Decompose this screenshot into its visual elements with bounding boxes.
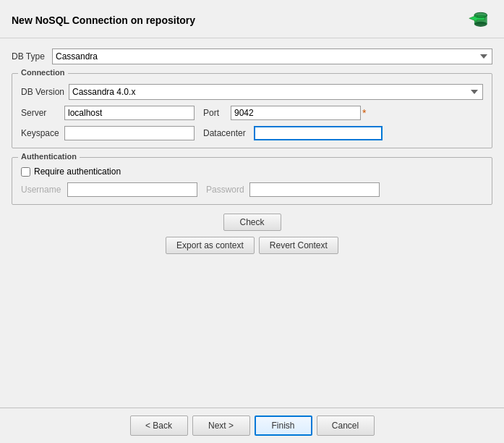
- svg-point-2: [474, 22, 487, 27]
- connection-content: DB Version Cassandra 4.0.x Cassandra 3.x…: [21, 84, 483, 140]
- port-required-marker: *: [362, 107, 366, 119]
- username-label: Username: [21, 185, 64, 195]
- version-label: DB Version: [21, 87, 69, 97]
- check-button[interactable]: Check: [223, 214, 281, 231]
- action-buttons: Check Export as context Revert Context: [12, 214, 492, 254]
- footer: < Back Next > Finish Cancel: [0, 408, 504, 443]
- dbtype-row: DB Type Cassandra MongoDB Redis: [12, 48, 492, 64]
- dialog-title: New NoSQL Connection on repository: [12, 14, 195, 26]
- content-area: DB Type Cassandra MongoDB Redis Connecti…: [0, 38, 504, 408]
- password-input[interactable]: [249, 182, 380, 197]
- next-button[interactable]: Next >: [192, 415, 250, 436]
- connection-section-label: Connection: [18, 68, 68, 77]
- require-auth-row: Require authentication: [21, 166, 483, 177]
- dbtype-select[interactable]: Cassandra MongoDB Redis: [52, 48, 492, 64]
- revert-context-button[interactable]: Revert Context: [259, 237, 338, 254]
- version-row: DB Version Cassandra 4.0.x Cassandra 3.x…: [21, 84, 483, 100]
- check-row: Check: [223, 214, 281, 231]
- dialog-container: New NoSQL Connection on repository DB Ty…: [0, 0, 504, 443]
- connection-section: Connection DB Version Cassandra 4.0.x Ca…: [12, 73, 492, 148]
- require-auth-checkbox[interactable]: [21, 167, 30, 177]
- username-input[interactable]: [67, 182, 197, 197]
- datacenter-input[interactable]: [254, 126, 383, 140]
- server-port-row: Server Port *: [21, 106, 483, 120]
- version-select[interactable]: Cassandra 4.0.x Cassandra 3.x Cassandra …: [69, 84, 483, 100]
- datacenter-label: Datacenter: [203, 128, 251, 138]
- keyspace-input[interactable]: [64, 126, 195, 140]
- db-icon: [466, 9, 492, 32]
- auth-fields-row: Username Password: [21, 182, 483, 197]
- keyspace-datacenter-row: Keyspace Datacenter: [21, 126, 483, 140]
- export-context-button[interactable]: Export as context: [166, 237, 255, 254]
- dbtype-label: DB Type: [12, 51, 52, 62]
- port-label: Port: [203, 108, 228, 118]
- server-input[interactable]: [64, 106, 195, 120]
- keyspace-label: Keyspace: [21, 128, 61, 138]
- port-wrapper: *: [231, 106, 366, 120]
- server-label: Server: [21, 108, 61, 118]
- finish-button[interactable]: Finish: [255, 415, 312, 436]
- port-input[interactable]: [231, 106, 361, 120]
- authentication-section-label: Authentication: [18, 152, 80, 161]
- back-button[interactable]: < Back: [130, 415, 188, 436]
- password-label: Password: [206, 185, 247, 195]
- context-buttons-row: Export as context Revert Context: [166, 237, 338, 254]
- cancel-button[interactable]: Cancel: [317, 415, 375, 436]
- require-auth-label: Require authentication: [34, 166, 121, 177]
- authentication-section: Authentication Require authentication Us…: [12, 157, 492, 205]
- title-bar: New NoSQL Connection on repository: [0, 0, 504, 38]
